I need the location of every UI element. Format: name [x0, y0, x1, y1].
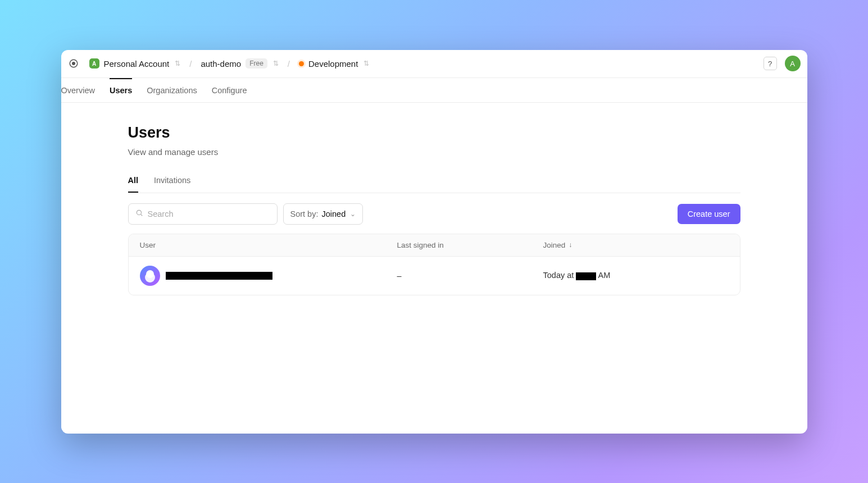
app-logo-icon [68, 58, 79, 69]
environment-status-icon [299, 61, 304, 66]
breadcrumb-project-label: auth-demo [201, 59, 241, 69]
table-row[interactable]: – Today at AM [129, 257, 740, 295]
page-subtitle: View and manage users [128, 147, 740, 157]
plan-badge: Free [246, 58, 267, 69]
breadcrumb-environment-label: Development [308, 59, 358, 69]
joined-suffix: AM [596, 271, 610, 280]
joined-time-redacted [576, 272, 596, 280]
tab-users[interactable]: Users [110, 78, 132, 102]
chevron-updown-icon: ⇅ [175, 60, 180, 67]
main-nav: Overview Users Organizations Configure [61, 78, 807, 103]
content-area: Users View and manage users All Invitati… [61, 103, 807, 434]
breadcrumb-account[interactable]: A Personal Account ⇅ [86, 56, 184, 71]
breadcrumb: A Personal Account ⇅ / auth-demo Free ⇅ … [86, 56, 373, 71]
topbar: A Personal Account ⇅ / auth-demo Free ⇅ … [61, 50, 807, 78]
search-input-wrapper[interactable] [128, 203, 278, 225]
column-header-user: User [140, 241, 397, 249]
search-icon [135, 209, 143, 219]
account-badge-icon: A [89, 58, 99, 69]
user-avatar-menu[interactable]: A [785, 56, 801, 71]
user-cell [140, 266, 397, 286]
create-user-button[interactable]: Create user [678, 204, 740, 224]
subtab-invitations[interactable]: Invitations [154, 176, 190, 193]
column-header-last-signed-in: Last signed in [397, 241, 543, 249]
breadcrumb-account-label: Personal Account [104, 59, 170, 69]
svg-point-1 [72, 62, 75, 65]
sort-dropdown[interactable]: Sort by: Joined ⌄ [283, 203, 363, 225]
user-name-redacted [166, 272, 272, 280]
user-avatar-icon [140, 266, 160, 286]
breadcrumb-separator: / [288, 59, 290, 69]
sort-arrow-down-icon: ↓ [569, 241, 572, 249]
table-header: User Last signed in Joined ↓ [129, 234, 740, 257]
breadcrumb-project[interactable]: auth-demo Free ⇅ [197, 56, 281, 71]
users-subtabs: All Invitations [128, 176, 740, 193]
column-header-joined-label: Joined [543, 241, 566, 249]
sort-value: Joined [321, 209, 346, 218]
tab-configure[interactable]: Configure [212, 78, 247, 102]
page-title: Users [128, 124, 740, 142]
search-input[interactable] [148, 209, 270, 218]
breadcrumb-separator: / [189, 59, 192, 69]
last-signed-in-cell: – [397, 271, 543, 280]
tab-overview[interactable]: Overview [61, 78, 95, 102]
avatar-initial: A [790, 60, 795, 68]
svg-line-3 [140, 214, 142, 216]
chevron-down-icon: ⌄ [350, 210, 356, 218]
tab-organizations[interactable]: Organizations [147, 78, 197, 102]
breadcrumb-environment[interactable]: Development ⇅ [296, 57, 372, 71]
svg-point-2 [137, 210, 141, 215]
users-toolbar: Sort by: Joined ⌄ Create user [128, 203, 740, 225]
subtab-all[interactable]: All [128, 176, 139, 193]
chevron-updown-icon: ⇅ [363, 60, 369, 67]
help-icon: ? [768, 60, 772, 68]
help-button[interactable]: ? [764, 57, 777, 70]
chevron-updown-icon: ⇅ [273, 60, 279, 67]
sort-label: Sort by: [290, 209, 319, 218]
joined-cell: Today at AM [543, 271, 729, 280]
joined-prefix: Today at [543, 271, 576, 280]
app-window: A Personal Account ⇅ / auth-demo Free ⇅ … [61, 50, 807, 434]
users-table: User Last signed in Joined ↓ – [128, 234, 740, 295]
column-header-joined[interactable]: Joined ↓ [543, 241, 729, 249]
